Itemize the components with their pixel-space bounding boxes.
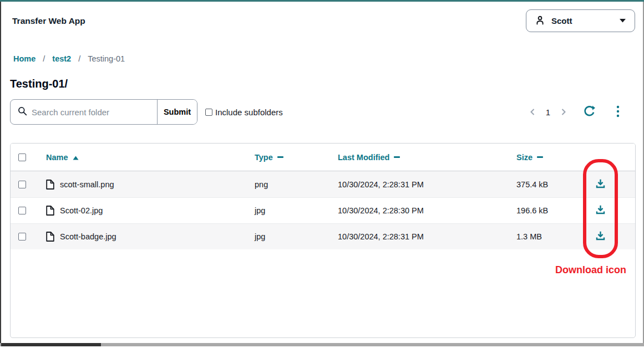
file-size: 196.6 kB bbox=[516, 206, 583, 215]
row-checkbox[interactable] bbox=[18, 181, 26, 188]
app-title: Transfer Web App bbox=[12, 16, 85, 26]
include-subfolders-checkbox[interactable] bbox=[205, 109, 212, 116]
include-subfolders-label: Include subfolders bbox=[215, 108, 283, 117]
column-header-size[interactable]: Size bbox=[516, 153, 583, 162]
search-box bbox=[11, 100, 157, 124]
file-table: Name Type Last Modified bbox=[10, 143, 636, 338]
breadcrumb: Home / test2 / Testing-01 bbox=[13, 54, 125, 63]
breadcrumb-current: Testing-01 bbox=[88, 54, 125, 63]
horizontal-scrollbar-thumb[interactable] bbox=[1, 343, 101, 346]
file-type: jpg bbox=[255, 232, 338, 241]
breadcrumb-separator: / bbox=[43, 54, 45, 63]
page-title: Testing-01/ bbox=[10, 78, 68, 90]
file-icon bbox=[46, 180, 54, 190]
column-header-last-modified-label: Last Modified bbox=[338, 153, 389, 162]
select-all-checkbox[interactable] bbox=[18, 153, 26, 161]
download-icon bbox=[595, 178, 606, 191]
sort-none-icon bbox=[537, 156, 543, 158]
table-row[interactable]: Scott-02.jpg jpg 10/30/2024, 2:28:30 PM … bbox=[11, 197, 635, 223]
app-window: Transfer Web App Scott Home / test2 / Te… bbox=[0, 0, 644, 348]
file-size: 375.4 kB bbox=[516, 180, 583, 189]
file-last-modified: 10/30/2024, 2:28:31 PM bbox=[338, 232, 516, 241]
download-button[interactable] bbox=[594, 177, 607, 192]
previous-page-button[interactable] bbox=[526, 105, 539, 119]
file-name: scott-small.png bbox=[60, 180, 114, 189]
file-size: 1.3 MB bbox=[516, 232, 583, 241]
breadcrumb-home-link[interactable]: Home bbox=[13, 54, 36, 63]
search-icon bbox=[18, 106, 27, 118]
file-icon bbox=[46, 232, 54, 242]
table-row[interactable]: scott-small.png png 10/30/2024, 2:28:31 … bbox=[11, 171, 635, 197]
column-header-type[interactable]: Type bbox=[255, 153, 338, 162]
table-row[interactable]: Scott-badge.jpg jpg 10/30/2024, 2:28:31 … bbox=[11, 223, 635, 249]
file-name: Scott-badge.jpg bbox=[60, 232, 116, 241]
table-header-row: Name Type Last Modified bbox=[11, 144, 635, 171]
kebab-icon bbox=[616, 105, 620, 119]
sort-none-icon bbox=[394, 156, 400, 158]
user-menu-button[interactable]: Scott bbox=[526, 9, 635, 32]
window-top-border bbox=[0, 0, 644, 2]
row-checkbox[interactable] bbox=[18, 233, 26, 240]
sort-ascending-icon bbox=[73, 153, 79, 162]
download-icon bbox=[595, 231, 606, 243]
file-name: Scott-02.jpg bbox=[60, 206, 103, 215]
download-button[interactable] bbox=[594, 229, 607, 244]
row-checkbox[interactable] bbox=[18, 207, 26, 214]
caret-down-icon bbox=[620, 19, 626, 23]
column-header-type-label: Type bbox=[255, 153, 273, 162]
column-header-last-modified[interactable]: Last Modified bbox=[338, 153, 516, 162]
submit-button[interactable]: Submit bbox=[157, 100, 197, 124]
breadcrumb-test2-link[interactable]: test2 bbox=[52, 54, 71, 63]
search-input[interactable] bbox=[32, 108, 157, 117]
breadcrumb-separator: / bbox=[78, 54, 80, 63]
file-type: png bbox=[255, 180, 338, 189]
user-icon bbox=[535, 16, 545, 27]
column-header-name-label: Name bbox=[46, 153, 68, 162]
file-last-modified: 10/30/2024, 2:28:31 PM bbox=[338, 180, 516, 189]
user-name: Scott bbox=[551, 16, 572, 25]
page-number[interactable]: 1 bbox=[541, 108, 555, 117]
actions-menu-button[interactable] bbox=[613, 105, 622, 119]
next-page-button[interactable] bbox=[557, 105, 570, 119]
include-subfolders-toggle[interactable]: Include subfolders bbox=[205, 99, 283, 125]
horizontal-scrollbar[interactable] bbox=[0, 343, 644, 346]
sort-none-icon bbox=[277, 156, 283, 158]
refresh-icon bbox=[584, 105, 595, 119]
download-button[interactable] bbox=[594, 203, 607, 218]
pagination: 1 bbox=[526, 99, 622, 125]
refresh-button[interactable] bbox=[581, 105, 597, 119]
file-last-modified: 10/30/2024, 2:28:30 PM bbox=[338, 206, 516, 215]
search-group: Submit bbox=[10, 99, 197, 125]
column-header-name[interactable]: Name bbox=[46, 153, 79, 162]
download-icon bbox=[595, 204, 606, 217]
column-header-size-label: Size bbox=[516, 153, 533, 162]
file-type: jpg bbox=[255, 206, 338, 215]
file-icon bbox=[46, 206, 54, 216]
window-left-border bbox=[0, 2, 1, 345]
